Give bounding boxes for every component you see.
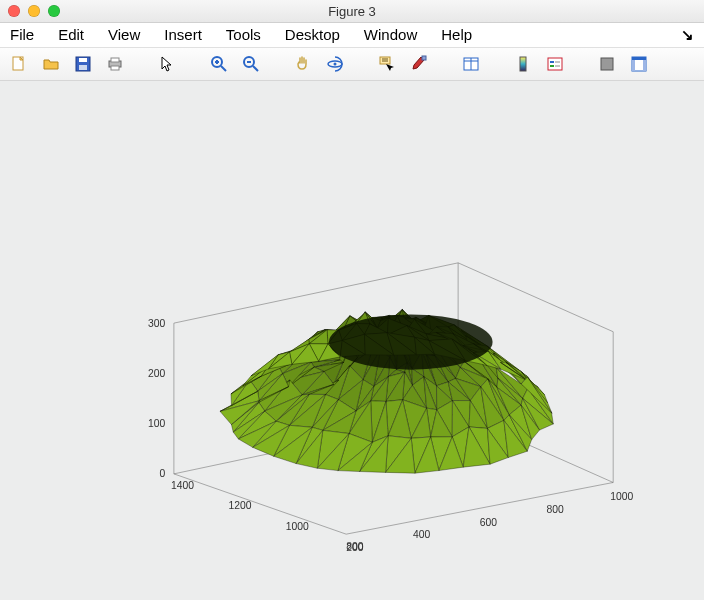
svg-text:1200: 1200 — [228, 500, 251, 511]
svg-text:1000: 1000 — [286, 521, 309, 532]
svg-rect-6 — [111, 58, 119, 62]
link-icon[interactable] — [460, 53, 482, 75]
save-icon[interactable] — [72, 53, 94, 75]
open-icon[interactable] — [40, 53, 62, 75]
zoom-in-icon[interactable] — [208, 53, 230, 75]
rotate3d-icon[interactable] — [324, 53, 346, 75]
svg-text:100: 100 — [148, 418, 165, 429]
y-axis-ticks: 2004006008001000 — [346, 491, 633, 554]
svg-text:800: 800 — [546, 504, 563, 515]
menu-tools[interactable]: Tools — [226, 23, 261, 47]
menu-file[interactable]: File — [10, 23, 34, 47]
svg-text:0: 0 — [160, 468, 166, 479]
show-plot-tools-icon[interactable] — [628, 53, 650, 75]
new-figure-icon[interactable] — [8, 53, 30, 75]
brush-icon[interactable] — [408, 53, 430, 75]
legend-icon[interactable] — [544, 53, 566, 75]
titlebar: Figure 3 — [0, 0, 704, 23]
colorbar-icon[interactable] — [512, 53, 534, 75]
svg-text:200: 200 — [346, 542, 363, 553]
x-axis-ticks: 800100012001400 — [171, 480, 364, 551]
svg-text:600: 600 — [480, 517, 497, 528]
svg-rect-4 — [79, 65, 87, 70]
window-title: Figure 3 — [0, 4, 704, 19]
pointer-icon[interactable] — [156, 53, 178, 75]
svg-rect-3 — [79, 58, 87, 62]
surface-mesh — [220, 310, 553, 474]
svg-rect-34 — [632, 60, 635, 71]
svg-line-13 — [253, 66, 258, 71]
svg-text:1400: 1400 — [171, 480, 194, 491]
svg-rect-31 — [601, 58, 613, 70]
menu-window[interactable]: Window — [364, 23, 417, 47]
menubar-overflow-icon[interactable]: ↘ — [681, 26, 694, 44]
svg-rect-35 — [643, 60, 646, 71]
svg-rect-26 — [548, 58, 562, 70]
menu-edit[interactable]: Edit — [58, 23, 84, 47]
svg-text:1000: 1000 — [610, 491, 633, 502]
svg-rect-7 — [111, 66, 119, 70]
svg-text:200: 200 — [148, 368, 165, 379]
svg-rect-24 — [520, 57, 526, 71]
svg-text:400: 400 — [413, 529, 430, 540]
figure-canvas[interactable]: 0100200300 800100012001400 2004006008001… — [0, 81, 704, 600]
zoom-out-icon[interactable] — [240, 53, 262, 75]
menu-desktop[interactable]: Desktop — [285, 23, 340, 47]
menu-view[interactable]: View — [108, 23, 140, 47]
menu-help[interactable]: Help — [441, 23, 472, 47]
axes-3d[interactable]: 0100200300 800100012001400 2004006008001… — [60, 181, 684, 560]
figure-window: Figure 3 File Edit View Insert Tools Des… — [0, 0, 704, 600]
menu-insert[interactable]: Insert — [164, 23, 202, 47]
svg-point-532 — [329, 315, 493, 370]
svg-line-9 — [221, 66, 226, 71]
pan-icon[interactable] — [292, 53, 314, 75]
datacursor-icon[interactable] — [376, 53, 398, 75]
svg-rect-20 — [422, 56, 426, 60]
svg-rect-33 — [632, 57, 646, 60]
z-axis-ticks: 0100200300 — [148, 318, 165, 480]
axes-svg: 0100200300 800100012001400 2004006008001… — [60, 181, 684, 560]
toolbar — [0, 48, 704, 81]
svg-text:300: 300 — [148, 318, 165, 329]
hide-plot-tools-icon[interactable] — [596, 53, 618, 75]
menubar: File Edit View Insert Tools Desktop Wind… — [0, 23, 704, 48]
svg-point-16 — [334, 63, 337, 66]
print-icon[interactable] — [104, 53, 126, 75]
